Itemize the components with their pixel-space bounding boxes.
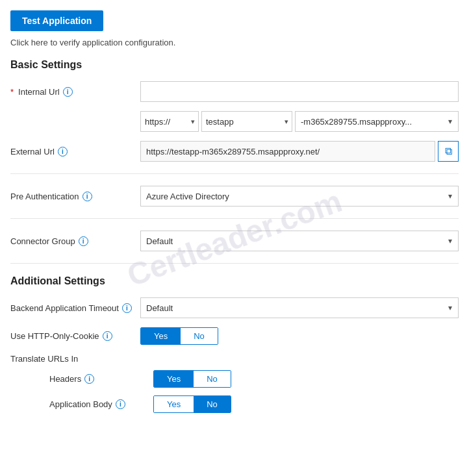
divider-3 xyxy=(10,263,459,264)
copy-icon: ⧉ xyxy=(445,145,452,157)
headers-no-button[interactable]: No xyxy=(194,371,231,387)
external-url-info-icon[interactable]: i xyxy=(58,147,68,157)
internal-url-info-icon[interactable]: i xyxy=(63,87,73,97)
basic-settings-title: Basic Settings xyxy=(10,59,459,71)
connector-group-row: Connector Group i Default xyxy=(10,231,459,251)
application-body-label-text: Application Body xyxy=(49,399,112,409)
application-body-info-icon[interactable]: i xyxy=(116,399,125,409)
test-application-button[interactable]: Test Application xyxy=(10,10,103,31)
external-url-label: External Url i xyxy=(10,147,140,157)
internal-url-input[interactable] xyxy=(140,81,459,102)
http-only-cookie-yes-button[interactable]: Yes xyxy=(141,328,181,344)
external-url-input xyxy=(140,141,435,162)
http-only-cookie-toggle: Yes No xyxy=(140,327,218,345)
connector-group-label: Connector Group i xyxy=(10,236,140,246)
required-indicator: * xyxy=(10,87,14,97)
pre-auth-select[interactable]: Azure Active Directory Passthrough xyxy=(140,186,459,207)
backend-timeout-label-text: Backend Application Timeout xyxy=(10,303,119,313)
application-body-no-button[interactable]: No xyxy=(194,396,231,412)
url-parts-row: https:// http:// testapp -m365x289755.ms… xyxy=(10,111,459,132)
internal-url-row: * Internal Url i xyxy=(10,81,459,102)
http-only-cookie-label-text: Use HTTP-Only-Cookie xyxy=(10,331,99,341)
internal-url-label: * Internal Url i xyxy=(10,87,140,97)
application-body-yes-button[interactable]: Yes xyxy=(154,396,194,412)
pre-auth-row: Pre Authentication i Azure Active Direct… xyxy=(10,186,459,207)
backend-timeout-select[interactable]: Default Short Medium Long xyxy=(140,297,459,318)
external-url-row: External Url i ⧉ xyxy=(10,141,459,162)
additional-settings-title: Additional Settings xyxy=(10,275,459,287)
connector-group-info-icon[interactable]: i xyxy=(79,236,88,246)
verify-text: Click here to verify application configu… xyxy=(10,38,459,47)
headers-yes-button[interactable]: Yes xyxy=(154,371,194,387)
backend-timeout-row: Backend Application Timeout i Default Sh… xyxy=(10,297,459,318)
divider-2 xyxy=(10,218,459,219)
pre-auth-label-text: Pre Authentication xyxy=(10,192,79,201)
http-only-cookie-label: Use HTTP-Only-Cookie i xyxy=(10,331,140,341)
headers-info-icon[interactable]: i xyxy=(84,374,94,384)
headers-label: Headers i xyxy=(49,374,153,384)
application-body-label: Application Body i xyxy=(49,399,153,409)
backend-timeout-info-icon[interactable]: i xyxy=(122,303,132,313)
external-url-label-text: External Url xyxy=(10,147,55,157)
connector-group-label-text: Connector Group xyxy=(10,236,75,246)
http-only-cookie-row: Use HTTP-Only-Cookie i Yes No xyxy=(10,327,459,345)
headers-row: Headers i Yes No xyxy=(10,370,459,388)
scheme-select[interactable]: https:// http:// xyxy=(140,111,199,132)
headers-toggle: Yes No xyxy=(153,370,231,388)
domain-select[interactable]: -m365x289755.msappproxy... xyxy=(295,111,459,132)
http-only-cookie-no-button[interactable]: No xyxy=(181,328,218,344)
translate-urls-title: Translate URLs In xyxy=(10,354,459,364)
subdomain-select[interactable]: testapp xyxy=(201,111,292,132)
connector-group-select[interactable]: Default xyxy=(140,231,459,251)
headers-label-text: Headers xyxy=(49,374,81,384)
pre-auth-info-icon[interactable]: i xyxy=(82,192,92,201)
pre-auth-label: Pre Authentication i xyxy=(10,192,140,201)
application-body-row: Application Body i Yes No xyxy=(10,395,459,413)
divider-1 xyxy=(10,173,459,174)
internal-url-label-text: Internal Url xyxy=(18,87,60,97)
translate-urls-section: Translate URLs In Headers i Yes No Appli… xyxy=(10,354,459,413)
backend-timeout-label: Backend Application Timeout i xyxy=(10,303,140,313)
application-body-toggle: Yes No xyxy=(153,395,231,413)
http-only-cookie-info-icon[interactable]: i xyxy=(103,331,112,341)
copy-url-button[interactable]: ⧉ xyxy=(438,141,459,162)
